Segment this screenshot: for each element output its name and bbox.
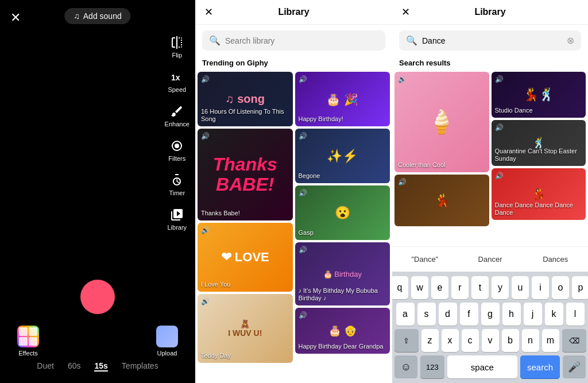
key-w[interactable]: w — [411, 276, 428, 299]
filters-icon — [169, 138, 185, 154]
upload-button[interactable]: Upload — [156, 326, 178, 357]
gif-label: Cooler than Cool — [398, 161, 446, 169]
key-a[interactable]: a — [396, 303, 415, 326]
key-g[interactable]: g — [481, 303, 500, 326]
library-label: Library — [167, 224, 187, 231]
gif-label: Teddy Day — [201, 352, 231, 359]
right-search-input[interactable] — [422, 36, 562, 45]
key-b[interactable]: b — [502, 329, 519, 352]
right-search-bar[interactable]: 🔍 ⊗ — [399, 30, 581, 51]
upload-thumbnail — [156, 326, 178, 347]
volume-icon: 🔊 — [299, 75, 307, 83]
key-s[interactable]: s — [417, 303, 436, 326]
key-e[interactable]: e — [431, 276, 448, 299]
emoji-key[interactable]: ☺ — [394, 355, 417, 378]
key-c[interactable]: c — [462, 329, 479, 352]
key-h[interactable]: h — [502, 303, 521, 326]
middle-search-input[interactable] — [225, 36, 378, 45]
numbers-key[interactable]: 123 — [420, 355, 444, 378]
gif-label: Dance Dance Dance Dance Dance — [495, 202, 580, 216]
gif-item[interactable]: 😮 🔊 Gasp — [295, 185, 390, 240]
record-button[interactable] — [80, 280, 115, 314]
volume-icon: 🔊 — [299, 311, 307, 319]
svg-point-2 — [175, 144, 179, 148]
volume-icon: 🔊 — [398, 178, 407, 186]
library-panel-trending: ✕ Library 🔍 Trending on Giphy ♫ song 🔊 1… — [195, 0, 392, 383]
clear-search-button[interactable]: ⊗ — [567, 35, 574, 46]
key-v[interactable]: v — [482, 329, 499, 352]
gif-label: Happy Birthday! — [299, 115, 343, 123]
results-col-right: 💃🕺 🔊 Studio Dance 🕺 🔊 Quarantine Can't S… — [492, 72, 586, 246]
key-k[interactable]: k — [545, 303, 563, 326]
camera-panel: ✕ ♫ Add sound Flip 1x Speed Enhance — [0, 0, 195, 383]
backspace-key[interactable]: ⌫ — [562, 329, 586, 352]
timer-label: Timer — [169, 189, 185, 196]
key-d[interactable]: d — [439, 303, 457, 326]
key-p[interactable]: p — [572, 276, 588, 299]
volume-icon: 🔊 — [299, 189, 307, 197]
close-button[interactable]: ✕ — [10, 10, 21, 25]
nav-duet[interactable]: Duet — [37, 361, 54, 372]
key-t[interactable]: t — [471, 276, 489, 299]
gif-item[interactable]: 🎂 Birthday 🔊 ♪ It's My Bithday My Bububa… — [295, 242, 390, 305]
key-q[interactable]: q — [392, 276, 408, 299]
shift-key[interactable]: ⇧ — [394, 329, 419, 352]
nav-15s[interactable]: 15s — [94, 361, 107, 372]
filters-tool[interactable]: Filters — [168, 138, 185, 162]
middle-close-button[interactable]: ✕ — [204, 6, 213, 18]
key-u[interactable]: u — [512, 276, 529, 299]
speed-tool[interactable]: 1x Speed — [168, 69, 186, 93]
key-x[interactable]: x — [442, 329, 459, 352]
flip-tool[interactable]: Flip — [169, 34, 185, 59]
key-o[interactable]: o — [552, 276, 569, 299]
gif-label: Happy Birthday Dear Grandpa — [299, 343, 384, 350]
key-i[interactable]: i — [532, 276, 549, 299]
speed-label: Speed — [168, 86, 186, 93]
dance-result-item[interactable]: 💃 🔊 Dance Dance Dance Dance Dance — [492, 168, 586, 220]
enhance-tool[interactable]: Enhance — [165, 103, 189, 127]
nav-templates[interactable]: Templates — [122, 361, 158, 372]
gif-label: Begone — [299, 172, 320, 180]
volume-icon: 🔊 — [299, 246, 307, 254]
right-close-button[interactable]: ✕ — [401, 6, 410, 18]
gif-item[interactable]: 🧸I WUV U! 🔊 Teddy Day — [198, 294, 293, 363]
gif-label: I Love You — [201, 281, 230, 288]
volume-icon: 🔊 — [201, 75, 210, 83]
gif-item[interactable]: ❤ LOVE 🔊 I Love You — [198, 223, 293, 292]
suggestion-dancer[interactable]: Dancer — [458, 253, 523, 266]
microphone-key[interactable]: 🎤 — [563, 355, 586, 378]
key-n[interactable]: n — [522, 329, 539, 352]
library-panel-search: ✕ Library 🔍 ⊗ Search results 🍦 🔊 Cooler … — [392, 0, 588, 383]
key-r[interactable]: r — [451, 276, 469, 299]
gif-item[interactable]: 🎂 🎉 🔊 Happy Birthday! — [295, 72, 390, 126]
dance-result-item[interactable]: 💃🕺 🔊 Studio Dance — [492, 72, 586, 118]
key-f[interactable]: f — [460, 303, 478, 326]
timer-tool[interactable]: Timer — [169, 172, 185, 196]
gif-item[interactable]: ThanksBABE! 🔊 Thanks Babe! — [198, 129, 293, 220]
dance-result-item[interactable]: 🍦 🔊 Cooler than Cool — [394, 72, 489, 172]
nav-60s[interactable]: 60s — [68, 361, 81, 372]
dance-result-item[interactable]: 💃 🔊 — [394, 175, 489, 226]
key-z[interactable]: z — [421, 329, 439, 352]
library-tool[interactable]: Library — [167, 207, 187, 231]
effects-button[interactable]: Effects — [17, 326, 39, 357]
gif-item[interactable]: ♫ song 🔊 16 Hours Of Listening To This S… — [198, 72, 293, 126]
add-sound-button[interactable]: ♫ Add sound — [64, 8, 130, 24]
dance-result-item[interactable]: 🕺 🔊 Quarantine Can't Stop Easter Sunday — [492, 120, 586, 166]
key-y[interactable]: y — [492, 276, 509, 299]
filters-label: Filters — [168, 155, 185, 162]
space-key[interactable]: space — [447, 355, 517, 378]
suggestions-row: "Dance" Dancer Dances — [392, 246, 588, 272]
music-icon: ♫ — [74, 11, 80, 21]
suggestion-dances[interactable]: Dances — [523, 253, 588, 266]
middle-search-bar[interactable]: 🔍 — [202, 30, 385, 51]
key-m[interactable]: m — [542, 329, 559, 352]
gif-label: Thanks Babe! — [201, 210, 240, 217]
volume-icon: 🔊 — [201, 297, 210, 305]
key-j[interactable]: j — [524, 303, 542, 326]
gif-item[interactable]: ✨⚡ 🔊 Begone — [295, 129, 390, 183]
suggestion-dance-quoted[interactable]: "Dance" — [392, 253, 458, 266]
key-l[interactable]: l — [566, 303, 585, 326]
search-key[interactable]: search — [520, 355, 560, 378]
gif-item[interactable]: 🎂 👴 🔊 Happy Birthday Dear Grandpa — [295, 308, 390, 354]
